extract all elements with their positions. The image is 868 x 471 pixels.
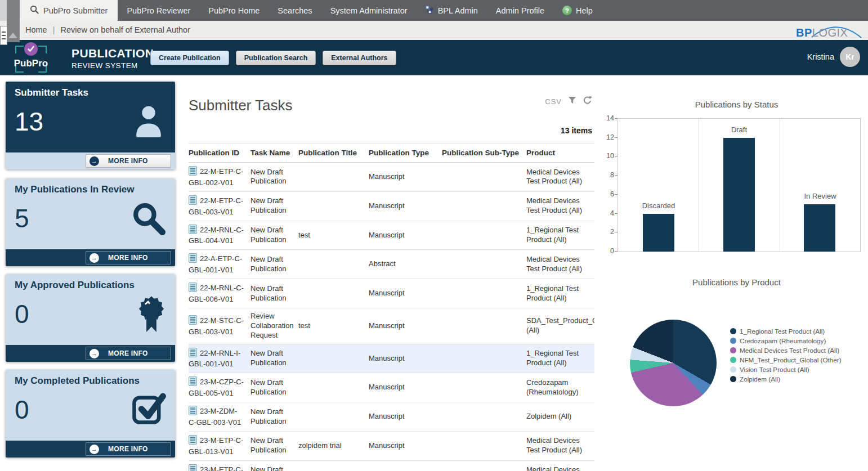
y-axis-tick-mark <box>615 118 618 119</box>
publication-search-button[interactable]: Publication Search <box>236 51 316 65</box>
cell-publication-title: test <box>298 231 369 240</box>
legend-item-medical-devices-test-product-all: Medical Devices Test Product (All) <box>730 346 842 355</box>
column-header-publication-id[interactable]: Publication ID <box>189 149 250 157</box>
cell-publication-id[interactable]: 22-M-RNL-I-GBL-001-V01 <box>189 348 250 370</box>
document-icon <box>189 315 197 328</box>
document-icon <box>189 225 197 237</box>
table-row[interactable]: 22-A-ETP-C-GBL-001-V01New Draft Publicat… <box>189 250 594 279</box>
nav-item-pubpro-home[interactable]: PubPro Home <box>199 0 269 21</box>
nav-item-bpl-admin[interactable]: BPL Admin <box>417 0 487 21</box>
legend-item-1-regional-test-product-all: 1_Regional Test Product (All) <box>730 326 842 336</box>
document-icon <box>189 435 197 447</box>
cell-publication-id[interactable]: 23-M-ZDM-C-GBL-003-V01 <box>189 406 250 428</box>
cell-publication-id[interactable]: 23-M-ETP-C-GBL-013-V01 <box>189 435 250 457</box>
bplogix-bp-text: BP <box>796 26 812 39</box>
cell-publication-id[interactable]: 22-M-ETP-C-GBL-002-V01 <box>189 166 250 188</box>
cell-publication-id[interactable]: 22-M-RNL-C-GBL-004-V01 <box>189 225 250 246</box>
bar-discarded <box>643 214 674 252</box>
cell-task-name: New Draft Publication <box>250 284 298 303</box>
cell-product: 1_Regional Test Product (All) <box>526 349 594 368</box>
cell-publication-id[interactable]: 22-A-ETP-C-GBL-001-V01 <box>189 253 250 275</box>
y-axis-tick-label: 2 <box>597 228 614 236</box>
cell-product: Medical Devices Test Product (All) <box>526 168 594 187</box>
nav-item-pubpro-reviewer[interactable]: PubPro Reviewer <box>118 0 199 21</box>
more-info-button[interactable]: →MORE INFO <box>86 442 171 456</box>
rosette-icon <box>137 295 166 336</box>
table-row[interactable]: 23-M-CZP-C-GBL-005-V01New Draft Publicat… <box>189 373 594 402</box>
cell-publication-id[interactable]: 22-M-RNL-C-GBL-006-V01 <box>189 282 250 304</box>
breadcrumb-home-link[interactable]: Home <box>25 25 47 34</box>
table-row[interactable]: 23-M-ETP-C-GBL-013-V01New Draft Publicat… <box>189 432 594 461</box>
y-axis-tick-label: 4 <box>597 209 614 217</box>
more-info-button[interactable]: →MORE INFO <box>86 347 171 360</box>
pubpro-logo: PubPro <box>12 43 50 74</box>
arrow-right-icon: → <box>90 445 99 454</box>
column-header-publication-type[interactable]: Publication Type <box>369 149 442 157</box>
avatar[interactable]: Kr <box>840 47 860 67</box>
cell-task-name: Review Collaboration Request <box>250 312 298 340</box>
more-info-button[interactable]: →MORE INFO <box>86 251 171 264</box>
more-info-label: MORE INFO <box>108 349 148 357</box>
cell-task-name: New Draft Publication <box>250 436 298 455</box>
nav-tab-pubpro-submitter[interactable]: PubPro Submitter <box>20 0 118 21</box>
cell-publication-id[interactable]: 23-M-ETP-C-GBL-014-V01 <box>189 464 250 471</box>
nav-item-searches[interactable]: Searches <box>269 0 321 21</box>
external-authors-button[interactable]: External Authors <box>323 51 396 65</box>
nav-item-label: PubPro Home <box>208 6 259 15</box>
nav-item-label: Searches <box>278 6 312 15</box>
cell-publication-type: Manuscript <box>369 231 442 240</box>
nav-item-system-administrator[interactable]: System Administrator <box>321 0 417 21</box>
summary-card-my-completed-publications: My Completed Publications0→MORE INFO <box>6 370 175 457</box>
table-row[interactable]: 22-M-ETP-C-GBL-002-V01New Draft Publicat… <box>189 163 594 192</box>
card-footer: →MORE INFO <box>6 441 175 457</box>
refresh-icon[interactable] <box>583 96 592 107</box>
column-header-publication-sub-type[interactable]: Publication Sub-Type <box>442 149 526 157</box>
cell-publication-title: zolpidem trial <box>298 441 369 451</box>
splitter-drag-handle[interactable] <box>0 26 7 45</box>
pie-chart-legend: 1_Regional Test Product (All)Credozapam … <box>730 326 842 384</box>
items-count: 13 items <box>561 126 592 135</box>
y-axis-tick-label: 8 <box>597 171 614 179</box>
cell-publication-type: Manuscript <box>369 172 442 182</box>
nav-item-help[interactable]: ?Help <box>553 0 602 21</box>
cell-product: Zolpidem (All) <box>526 412 594 421</box>
cell-publication-id[interactable]: 23-M-CZP-C-GBL-005-V01 <box>189 376 250 398</box>
cell-publication-type: Manuscript <box>369 441 442 451</box>
column-header-product[interactable]: Product <box>526 149 594 157</box>
arrow-right-icon: → <box>90 349 99 358</box>
more-info-button[interactable]: →MORE INFO <box>86 154 171 168</box>
app-title: PUBLICATION REVIEW SYSTEM <box>71 47 154 70</box>
table-row[interactable]: 22-M-RNL-I-GBL-001-V01New Draft Publicat… <box>189 344 594 374</box>
legend-label: 1_Regional Test Product (All) <box>740 326 825 336</box>
table-row[interactable]: 22-M-STC-C-GBL-003-V01Review Collaborati… <box>189 308 594 344</box>
table-row[interactable]: 22-M-RNL-C-GBL-004-V01New Draft Publicat… <box>189 221 594 250</box>
nav-item-admin-profile[interactable]: Admin Profile <box>487 0 553 21</box>
summary-card-submitter-tasks: Submitter Tasks13→MORE INFO <box>6 82 175 169</box>
cell-publication-type: Abstract <box>369 259 442 269</box>
app-title-line2: REVIEW SYSTEM <box>71 61 154 70</box>
filter-icon[interactable] <box>568 96 576 107</box>
nav-items: PubPro Submitter PubPro ReviewerPubPro H… <box>20 0 602 21</box>
cell-publication-type: Manuscript <box>369 201 442 211</box>
y-axis-tick-label: 0 <box>597 247 614 255</box>
bar-category-label: Draft <box>699 125 780 134</box>
panel-collapse-strip[interactable] <box>7 0 20 42</box>
cell-task-name: New Draft Publication <box>250 349 298 368</box>
table-row[interactable]: 22-M-ETP-C-GBL-003-V01New Draft Publicat… <box>189 192 594 221</box>
table-row[interactable]: 22-M-RNL-C-GBL-006-V01New Draft Publicat… <box>189 279 594 308</box>
create-publication-button[interactable]: Create Publication <box>150 51 229 65</box>
card-title: Submitter Tasks <box>15 87 166 98</box>
cell-publication-id[interactable]: 22-M-STC-C-GBL-003-V01 <box>189 315 250 337</box>
column-header-task-name[interactable]: Task Name <box>250 149 298 157</box>
person-icon <box>131 103 166 140</box>
cell-publication-id[interactable]: 22-M-ETP-C-GBL-003-V01 <box>189 195 250 217</box>
tasks-table: Publication IDTask NamePublication Title… <box>189 143 594 471</box>
legend-dot-icon <box>730 347 736 353</box>
table-row[interactable]: 23-M-ETP-C-GBL-014-V01New Draft Publicat… <box>189 461 594 471</box>
y-axis-tick-label: 6 <box>597 190 614 198</box>
column-header-publication-title[interactable]: Publication Title <box>298 149 369 157</box>
logo-check-icon <box>24 42 38 56</box>
export-csv-button[interactable]: CSV <box>545 97 562 106</box>
panel-title: Submitter Tasks <box>189 97 292 114</box>
table-row[interactable]: 23-M-ZDM-C-GBL-003-V01New Draft Publicat… <box>189 402 594 432</box>
